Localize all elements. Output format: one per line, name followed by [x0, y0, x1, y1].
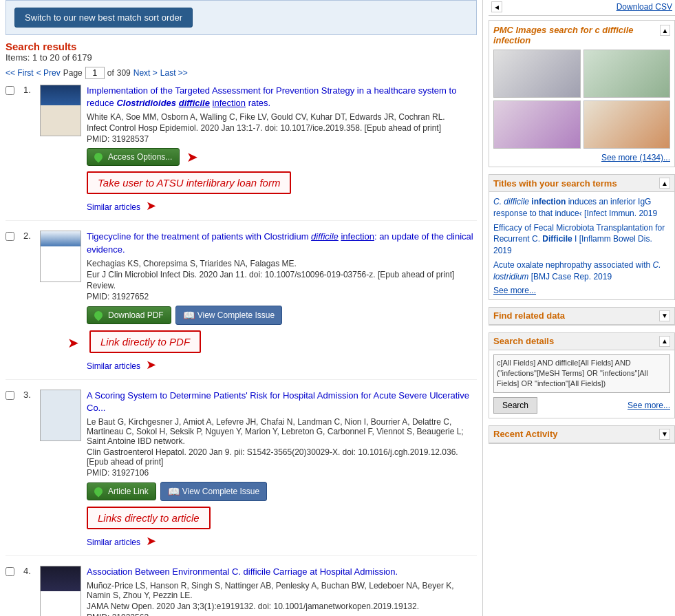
view-issue-label-2: View Complete Issue: [182, 487, 260, 496]
article-checkbox[interactable]: [6, 86, 14, 95]
results-header: Search results Items: 1 to 20 of 6179: [6, 41, 477, 63]
search-details-see-more-link[interactable]: See more...: [628, 401, 670, 410]
article-journal: JAMA Netw Open. 2020 Jan 3;3(1):e1919132…: [87, 602, 477, 611]
download-csv-link[interactable]: Download CSV: [617, 2, 672, 12]
title-link-1[interactable]: C. difficile infection induces an inferi…: [493, 196, 670, 220]
article-title-link[interactable]: Association Between Environmental C. dif…: [87, 566, 398, 577]
find-related-scroll-button[interactable]: ▼: [659, 310, 670, 321]
article-authors: Kechagias KS, Chorepsima S, Triarides NA…: [87, 259, 477, 268]
scroll-left-button[interactable]: ◄: [491, 1, 502, 12]
article-title: A Scoring System to Determine Patients' …: [87, 390, 477, 414]
article-authors: Muñoz-Price LS, Hanson R, Singh S, Natti…: [87, 581, 477, 600]
arrow-similar-icon-3: ➤: [146, 534, 156, 548]
recent-activity-scroll-button[interactable]: ▼: [659, 429, 670, 440]
titles-section-body: C. difficile infection induces an inferi…: [489, 192, 674, 299]
search-details-header: Search details ▲: [489, 333, 674, 350]
pmc-image-3[interactable]: [493, 100, 581, 149]
similar-articles-link[interactable]: Similar articles: [87, 202, 140, 212]
annotation-box-3: Links directly to article: [87, 507, 211, 529]
article-content: Tigecycline for the treatment of patient…: [87, 231, 477, 372]
last-page-link[interactable]: Last >>: [160, 68, 188, 78]
search-details-footer: Search See more...: [493, 397, 670, 414]
prev-page-link[interactable]: < Prev: [36, 68, 61, 78]
article-checkbox[interactable]: [6, 567, 14, 576]
article-title-link[interactable]: Tigecycline for the treatment of patient…: [87, 231, 473, 254]
next-page-link[interactable]: Next >: [133, 68, 158, 78]
article-content: Association Between Environmental C. dif…: [87, 566, 477, 616]
pmc-image-2[interactable]: [583, 50, 671, 98]
view-issue-label: View Complete Issue: [197, 310, 275, 320]
article-checkbox[interactable]: [6, 232, 14, 241]
article-content: Implementation of the Targeted Assessmen…: [87, 85, 477, 213]
page-input[interactable]: [85, 67, 105, 79]
title-link-2[interactable]: Efficacy of Fecal Microbiota Transplanta…: [493, 222, 670, 257]
access-options-button[interactable]: Access Options...: [87, 148, 180, 166]
download-pdf-button[interactable]: Download PDF: [87, 306, 171, 324]
annotation-box-1: Take user to ATSU interlibrary loan form: [87, 171, 291, 194]
results-count: Items: 1 to 20 of 6179: [6, 52, 477, 63]
book-icon-2: 📖: [168, 486, 180, 497]
first-page-link[interactable]: << First: [6, 68, 34, 78]
article-thumbnail: [40, 390, 81, 441]
of-label: of: [107, 68, 114, 78]
titles-section-header: Titles with your search terms ▲: [489, 175, 674, 192]
pmc-images-section: PMC Images search for c difficile infect…: [489, 20, 675, 167]
article-pmid: PMID: 31922563: [87, 613, 477, 616]
article-journal: Clin Gastroenterol Hepatol. 2020 Jan 9. …: [87, 447, 477, 467]
title-link-3[interactable]: Acute oxalate nephropathy associated wit…: [493, 259, 670, 283]
switch-sort-button[interactable]: Switch to our new best match sort order: [14, 8, 193, 28]
arrow-similar-icon-2: ➤: [146, 358, 156, 372]
recent-activity-section: Recent Activity ▼: [489, 425, 675, 444]
article-journal-review: Review.: [87, 281, 477, 290]
search-button[interactable]: Search: [493, 397, 537, 414]
search-details-title: Search details: [493, 336, 554, 346]
article-pmid: PMID: 31928537: [87, 134, 477, 144]
top-banner: Switch to our new best match sort order: [6, 0, 477, 35]
titles-scroll-button[interactable]: ▲: [659, 178, 670, 189]
article-title-link[interactable]: A Scoring System to Determine Patients' …: [87, 390, 469, 413]
access-options-label: Access Options...: [108, 152, 172, 162]
find-related-title: Find related data: [493, 310, 565, 321]
book-icon: 📖: [183, 310, 195, 321]
article-title-link[interactable]: Implementation of the Targeted Assessmen…: [87, 85, 456, 108]
arrow-similar-icon: ➤: [146, 199, 156, 213]
article-authors: White KA, Soe MM, Osborn A, Walling C, F…: [87, 112, 477, 122]
article-checkbox[interactable]: [6, 391, 14, 400]
article-content: A Scoring System to Determine Patients' …: [87, 390, 477, 549]
titles-see-more-link[interactable]: See more...: [493, 286, 670, 295]
arrow-icon-2: ➤: [67, 334, 79, 351]
search-details-body: c[All Fields] AND difficile[All Fields] …: [489, 350, 674, 418]
pmc-scroll-button[interactable]: ▲: [660, 25, 670, 36]
button-row: Download PDF 📖 View Complete Issue: [87, 306, 477, 325]
search-details-scroll-button[interactable]: ▲: [659, 336, 670, 347]
pmc-image-4[interactable]: [583, 100, 671, 149]
pmc-image-grid: [493, 50, 670, 149]
article-item: 4. Association Between Environmental C. …: [6, 566, 477, 616]
article-thumbnail: [40, 566, 81, 616]
article-item: 2. Tigecycline for the treatment of pati…: [6, 231, 477, 379]
find-related-header: Find related data ▼: [489, 308, 674, 325]
titles-section: Titles with your search terms ▲ C. diffi…: [489, 174, 675, 300]
article-number: 3.: [23, 390, 34, 549]
find-related-section: Find related data ▼: [489, 307, 675, 326]
pmc-image-1[interactable]: [493, 50, 581, 98]
article-link-button[interactable]: Article Link: [87, 482, 156, 500]
view-complete-issue-button[interactable]: 📖 View Complete Issue: [175, 306, 283, 325]
article-authors: Le Baut G, Kirchgesner J, Amiot A, Lefev…: [87, 417, 477, 446]
article-item: 3. A Scoring System to Determine Patient…: [6, 390, 477, 556]
article-journal: Eur J Clin Microbiol Infect Dis. 2020 Ja…: [87, 270, 477, 279]
article-pmid: PMID: 31927106: [87, 468, 477, 478]
article-title: Implementation of the Targeted Assessmen…: [87, 85, 477, 109]
similar-articles-link[interactable]: Similar articles: [87, 538, 140, 547]
article-title: Tigecycline for the treatment of patient…: [87, 231, 477, 255]
article-link-label: Article Link: [108, 487, 149, 496]
article-number: 4.: [23, 566, 34, 616]
similar-articles-link[interactable]: Similar articles: [87, 361, 140, 371]
view-complete-issue-button-2[interactable]: 📖 View Complete Issue: [160, 482, 268, 501]
button-row: Access Options... ➤: [87, 148, 477, 166]
article-number: 1.: [23, 85, 34, 213]
article-title: Association Between Environmental C. dif…: [87, 566, 477, 578]
article-number: 2.: [23, 231, 34, 372]
arrow-icon: ➤: [186, 149, 198, 165]
pmc-see-more-link[interactable]: See more (1434)...: [493, 153, 670, 162]
